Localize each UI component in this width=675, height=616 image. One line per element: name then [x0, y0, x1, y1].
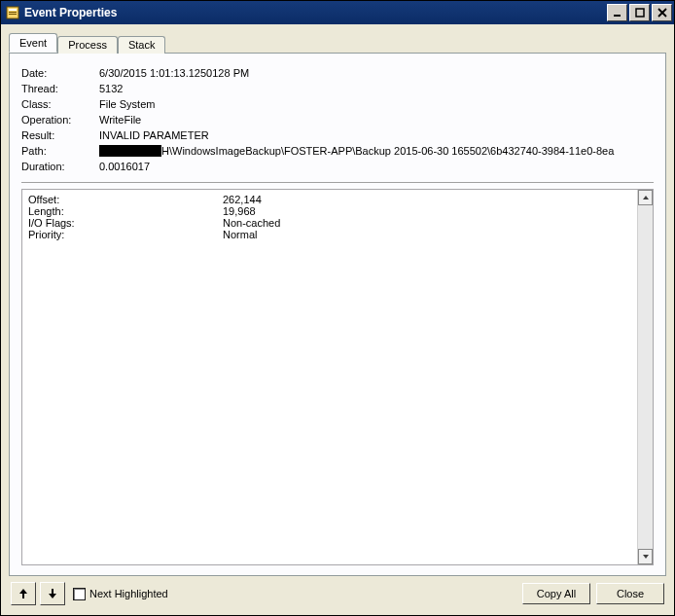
detail-box: Offset: 262,144 Length: 19,968 I/O Flags… — [21, 189, 654, 565]
length-label: Length: — [28, 205, 223, 217]
prev-event-button[interactable] — [11, 582, 36, 605]
close-button[interactable]: Close — [596, 583, 664, 604]
title-bar: Event Properties — [1, 1, 674, 24]
footer-bar: Next Highlighted Copy All Close — [9, 576, 666, 609]
vertical-scrollbar[interactable] — [637, 190, 653, 564]
next-event-button[interactable] — [40, 582, 65, 605]
duration-value: 0.0016017 — [99, 161, 654, 172]
window-root: Event Properties Event Process Stack Dat… — [0, 0, 675, 616]
svg-rect-5 — [636, 9, 644, 17]
offset-label: Offset: — [28, 194, 223, 205]
date-label: Date: — [21, 67, 99, 79]
length-value: 19,968 — [223, 205, 631, 217]
scroll-down-button[interactable] — [638, 549, 653, 564]
tab-panel-event: Date: 6/30/2015 1:01:13.1250128 PM Threa… — [9, 53, 666, 576]
detail-grid: Offset: 262,144 Length: 19,968 I/O Flags… — [28, 194, 631, 240]
checkbox-icon — [73, 588, 86, 600]
date-value: 6/30/2015 1:01:13.1250128 PM — [99, 67, 654, 79]
svg-rect-2 — [9, 12, 17, 13]
tab-strip: Event Process Stack — [9, 32, 666, 53]
tab-stack[interactable]: Stack — [118, 36, 166, 54]
app-icon — [5, 5, 20, 20]
window-title: Event Properties — [24, 6, 605, 19]
priority-value: Normal — [223, 229, 631, 240]
next-highlighted-label: Next Highlighted — [89, 588, 168, 599]
divider — [21, 182, 654, 183]
scroll-up-button[interactable] — [638, 190, 653, 205]
priority-label: Priority: — [28, 229, 223, 240]
ioflags-label: I/O Flags: — [28, 217, 223, 229]
result-label: Result: — [21, 129, 99, 141]
class-value: File System — [99, 98, 654, 110]
event-summary-grid: Date: 6/30/2015 1:01:13.1250128 PM Threa… — [21, 67, 654, 172]
path-value: H\WindowsImageBackup\FOSTER-APP\Backup 2… — [99, 145, 654, 157]
close-window-button[interactable] — [652, 4, 672, 21]
duration-label: Duration: — [21, 161, 99, 172]
tab-event[interactable]: Event — [9, 33, 57, 53]
svg-rect-3 — [9, 14, 17, 15]
tab-process[interactable]: Process — [57, 36, 118, 54]
path-suffix: H\WindowsImageBackup\FOSTER-APP\Backup 2… — [161, 145, 614, 157]
next-highlighted-checkbox[interactable]: Next Highlighted — [73, 588, 168, 600]
copy-all-button[interactable]: Copy All — [522, 583, 590, 604]
client-area: Event Process Stack Date: 6/30/2015 1:01… — [1, 24, 674, 615]
path-label: Path: — [21, 145, 99, 157]
result-value: INVALID PARAMETER — [99, 129, 654, 141]
svg-rect-1 — [9, 9, 17, 11]
svg-rect-4 — [614, 15, 621, 17]
thread-value: 5132 — [99, 83, 654, 94]
ioflags-value: Non-cached — [223, 217, 631, 229]
redacted-block — [99, 145, 161, 157]
operation-value: WriteFile — [99, 114, 654, 126]
thread-label: Thread: — [21, 83, 99, 94]
offset-value: 262,144 — [223, 194, 631, 205]
detail-content: Offset: 262,144 Length: 19,968 I/O Flags… — [22, 190, 637, 564]
class-label: Class: — [21, 98, 99, 110]
minimize-button[interactable] — [607, 4, 627, 21]
maximize-button[interactable] — [629, 4, 650, 21]
operation-label: Operation: — [21, 114, 99, 126]
